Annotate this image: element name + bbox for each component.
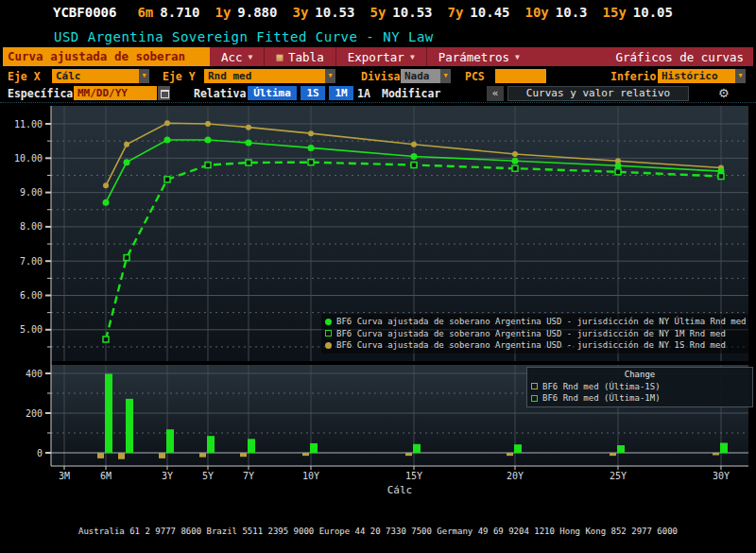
page-title: USD Argentina Sovereign Fitted Curve - N… <box>54 29 434 44</box>
pcs-label: PCS <box>465 70 485 83</box>
eje-x-select[interactable]: Cálc <box>52 69 139 83</box>
divisa-label: Divisa <box>361 70 401 83</box>
date-controls-row: Específica Relativa Modificar « Curvas y… <box>0 85 756 103</box>
legend-label: BF6 Curva ajustada de soberano Argentina… <box>336 328 726 340</box>
eje-y-select[interactable]: Rnd med <box>204 69 325 83</box>
legend-marker-icon <box>325 342 332 349</box>
curves-chart-svg: 11.0010.009.008.007.006.005.0040020003M6… <box>0 104 756 507</box>
chevron-down-icon: ▼ <box>410 53 415 61</box>
svg-text:3M: 3M <box>59 471 70 481</box>
legend-label: BF6 Rnd med (Última-1M) <box>542 392 661 405</box>
acc-menu-button[interactable]: Acc ▼ <box>210 47 264 66</box>
legend-label: BF6 Curva ajustada de soberano Argentina… <box>336 316 746 328</box>
tenor-label: 6m <box>137 5 153 20</box>
legend-label: BF6 Rnd med (Última-1S) <box>542 381 661 393</box>
svg-text:10Y: 10Y <box>302 471 319 481</box>
relative-button-1s[interactable]: 1S <box>301 86 325 100</box>
svg-text:6M: 6M <box>100 471 112 481</box>
relativa-label: Relativa <box>194 87 246 100</box>
exportar-menu-button[interactable]: Exportar ▼ <box>335 47 426 66</box>
inferior-select[interactable]: Histórico <box>658 69 735 83</box>
axis-controls-row: Eje X Cálc ▼ Eje Y Rnd med ▼ Divisa Nada… <box>0 68 756 84</box>
especifica-label: Específica <box>8 87 73 100</box>
relative-button-última[interactable]: Última <box>248 86 297 100</box>
change-legend-item: BF6 Rnd med (Última-1M) <box>531 392 748 405</box>
eje-y-label: Eje Y <box>163 70 196 83</box>
svg-text:200: 200 <box>26 408 43 419</box>
calendar-icon[interactable] <box>158 86 170 100</box>
svg-text:15Y: 15Y <box>405 471 422 481</box>
svg-text:25Y: 25Y <box>610 471 627 481</box>
change-legend-title: Change <box>531 369 748 381</box>
gear-icon[interactable]: ⚙ <box>718 86 730 100</box>
acc-label: Acc <box>221 50 243 64</box>
footer-line1: Australia 61 2 9777 8600 Brazil 5511 239… <box>0 527 756 537</box>
tabla-label: Tabla <box>288 50 324 64</box>
legend-item: BF6 Curva ajustada de soberano Argentina… <box>325 339 750 352</box>
legend-marker-icon <box>531 383 538 389</box>
divisa-select-arrow[interactable]: ▼ <box>440 69 451 83</box>
yield-pair: 15y10.05 <box>603 5 673 20</box>
svg-text:8.00: 8.00 <box>20 221 43 232</box>
tabla-button[interactable]: ▦ Tabla <box>264 47 335 66</box>
tab-curvas-valor-relativo[interactable]: Curvas y valor relativo <box>507 86 689 101</box>
svg-text:0: 0 <box>37 448 43 458</box>
change-legend: Change BF6 Rnd med (Última-1S)BF6 Rnd me… <box>526 367 753 407</box>
modificar-button[interactable]: Modificar <box>382 87 440 100</box>
yield-value: 8.710 <box>160 5 199 20</box>
legend-item: BF6 Curva ajustada de soberano Argentina… <box>325 328 750 340</box>
eje-x-label: Eje X <box>8 70 41 83</box>
graficos-de-curvas-title: Gráficos de curvas <box>616 50 753 64</box>
collapse-button[interactable]: « <box>487 86 504 101</box>
exportar-label: Exportar <box>348 50 404 64</box>
yield-pairs: 6m8.7101y9.8803y10.535y10.537y10.4510y10… <box>137 5 673 20</box>
tenor-label: 5y <box>369 5 386 20</box>
yield-pair: 10y10.3 <box>525 5 588 20</box>
yield-pair: 6m8.710 <box>137 5 199 20</box>
legend-marker-icon <box>325 319 332 325</box>
table-grid-icon: ▦ <box>276 51 283 63</box>
inferior-select-arrow[interactable]: ▼ <box>735 69 746 83</box>
tenor-label: 1y <box>215 5 231 20</box>
footer: Australia 61 2 9777 8600 Brazil 5511 239… <box>0 507 756 553</box>
date-input[interactable] <box>74 86 157 100</box>
divisa-select[interactable]: Nada <box>401 69 440 83</box>
tenor-label: 15y <box>603 5 627 20</box>
yield-pair: 1y9.880 <box>215 5 277 20</box>
svg-text:400: 400 <box>26 369 43 379</box>
eje-y-select-arrow[interactable]: ▼ <box>325 69 335 83</box>
svg-text:5Y: 5Y <box>202 471 214 481</box>
yield-pair: 3y10.53 <box>292 5 354 20</box>
curve-legend: BF6 Curva ajustada de soberano Argentina… <box>321 314 754 354</box>
yield-value: 10.3 <box>556 5 588 20</box>
parametros-menu-button[interactable]: Parámetros ▼ <box>426 47 531 66</box>
parametros-label: Parámetros <box>438 50 509 64</box>
relative-button-1a[interactable]: 1A <box>357 87 370 100</box>
svg-text:20Y: 20Y <box>507 471 524 481</box>
svg-text:Cálc: Cálc <box>387 484 413 496</box>
chevron-down-icon: ▼ <box>515 53 520 61</box>
legend-marker-icon <box>325 330 332 337</box>
yield-value: 10.45 <box>470 5 509 20</box>
toolbar-red-bar: Acc ▼ ▦ Tabla Exportar ▼ Parámetros ▼ Gr… <box>210 47 753 66</box>
ticker-symbol: YCBF0006 <box>53 5 116 20</box>
svg-text:30Y: 30Y <box>713 471 730 481</box>
change-legend-item: BF6 Rnd med (Última-1S) <box>531 381 748 393</box>
svg-text:7Y: 7Y <box>243 471 254 481</box>
legend-marker-icon <box>531 395 538 402</box>
pcs-input[interactable] <box>495 69 546 83</box>
curve-select-dropdown[interactable]: Curva ajustada de soberan <box>3 47 210 66</box>
svg-text:9.00: 9.00 <box>20 187 43 198</box>
yield-curve-chart: 11.0010.009.008.007.006.005.0040020003M6… <box>0 104 756 507</box>
svg-text:6.00: 6.00 <box>20 290 43 301</box>
inferior-label: Inferior <box>610 70 662 83</box>
yield-value: 10.53 <box>315 5 354 20</box>
svg-text:11.00: 11.00 <box>14 119 43 130</box>
yield-value: 10.53 <box>392 5 432 20</box>
yield-value: 10.05 <box>633 5 673 20</box>
eje-x-select-arrow[interactable]: ▼ <box>139 69 149 83</box>
legend-label: BF6 Curva ajustada de soberano Argentina… <box>336 339 726 352</box>
svg-text:3Y: 3Y <box>162 471 173 481</box>
tenor-label: 3y <box>292 5 308 20</box>
relative-button-1m[interactable]: 1M <box>329 86 353 100</box>
